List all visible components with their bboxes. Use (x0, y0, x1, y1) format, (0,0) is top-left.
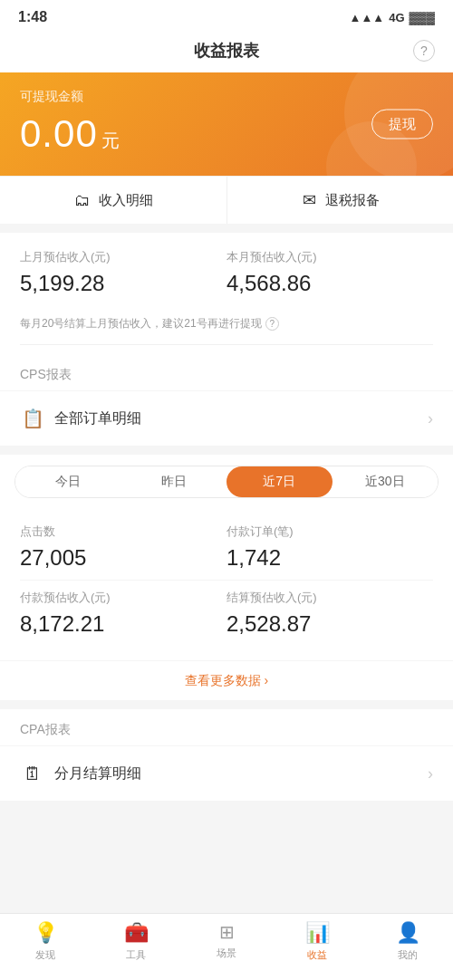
earnings-icon: 📊 (305, 921, 330, 945)
scenes-icon: ⊞ (219, 921, 235, 943)
stats-section: 上月预估收入(元) 5,199.28 本月预估收入(元) 4,568.86 每月… (0, 233, 453, 354)
bottom-navigation: 💡 发现 🧰 工具 ⊞ 场景 📊 收益 👤 我的 (0, 913, 453, 980)
battery-icon: ▓▓▓ (410, 11, 435, 24)
stats-note: 每月20号结算上月预估收入，建议21号再进行提现 ? (20, 311, 433, 345)
page-title: 收益报表 (194, 40, 259, 62)
header: 收益报表 ? (0, 31, 453, 72)
clicks-label: 点击数 (20, 524, 226, 540)
withdraw-button[interactable]: 提现 (371, 110, 433, 139)
orders-value: 1,742 (226, 545, 433, 571)
settlement-income-value: 2,528.87 (226, 611, 433, 637)
last-month-value: 5,199.28 (20, 271, 226, 296)
tab-today[interactable]: 今日 (15, 466, 121, 497)
settlement-income-cell: 结算预估收入(元) 2,528.87 (226, 590, 433, 637)
earnings-banner: 可提现金额 0.00元 提现 (0, 72, 453, 176)
withdrawable-amount: 0.00元 (20, 112, 120, 156)
network-type: 4G (389, 11, 404, 24)
clicks-value: 27,005 (20, 545, 226, 571)
this-month-value: 4,568.86 (226, 271, 433, 296)
arrow-icon: › (428, 409, 433, 428)
nav-tools[interactable]: 🧰 工具 (109, 921, 163, 962)
help-button[interactable]: ? (413, 40, 435, 62)
settlement-income-label: 结算预估收入(元) (226, 590, 433, 606)
more-data-link[interactable]: 查看更多数据 › (0, 660, 453, 700)
status-icons: ▲▲▲ 4G ▓▓▓ (350, 11, 435, 24)
arrow-icon-cpa: › (428, 764, 433, 783)
payment-income-value: 8,172.21 (20, 611, 226, 637)
this-month-label: 本月预估收入(元) (226, 249, 433, 265)
note-help-icon[interactable]: ? (265, 317, 279, 331)
clicks-cell: 点击数 27,005 (20, 524, 226, 571)
payment-income-label: 付款预估收入(元) (20, 590, 226, 606)
last-month-label: 上月预估收入(元) (20, 249, 226, 265)
discover-icon: 💡 (34, 921, 58, 945)
nav-discover[interactable]: 💡 发现 (18, 921, 72, 962)
orders-label: 付款订单(笔) (226, 524, 433, 540)
earnings-label: 收益 (307, 948, 327, 962)
tax-report-label: 退税报备 (325, 192, 380, 209)
tools-label: 工具 (126, 948, 146, 962)
data-row-2: 付款预估收入(元) 8,172.21 结算预估收入(元) 2,528.87 (20, 581, 433, 646)
status-bar: 1:48 ▲▲▲ 4G ▓▓▓ (0, 0, 453, 31)
tab-yesterday[interactable]: 昨日 (121, 466, 227, 497)
monthly-settlement-item[interactable]: 🗓 分月结算明细 › (0, 745, 453, 801)
period-tabs: 今日 昨日 近7日 近30日 (14, 466, 439, 498)
profile-icon: 👤 (396, 921, 420, 945)
payment-income-cell: 付款预估收入(元) 8,172.21 (20, 590, 226, 637)
cps-section-header: CPS报表 (0, 354, 453, 390)
monthly-settlement-label: 分月结算明细 (54, 764, 428, 783)
stats-row: 上月预估收入(元) 5,199.28 本月预估收入(元) 4,568.86 (20, 249, 433, 296)
all-orders-item[interactable]: 📋 全部订单明细 › (0, 390, 453, 446)
tabs-container: 今日 昨日 近7日 近30日 (0, 455, 453, 509)
income-detail-label: 收入明细 (99, 192, 153, 209)
this-month-stat: 本月预估收入(元) 4,568.86 (226, 249, 433, 296)
tax-icon: ✉ (300, 191, 318, 209)
tab-30days[interactable]: 近30日 (333, 466, 439, 497)
nav-scenes[interactable]: ⊞ 场景 (199, 921, 254, 962)
quick-actions: 🗂 收入明细 ✉ 退税报备 (0, 176, 453, 224)
profile-label: 我的 (398, 948, 418, 962)
discover-label: 发现 (35, 948, 55, 962)
tools-icon: 🧰 (124, 921, 149, 945)
cpa-section-header: CPA报表 (0, 709, 453, 745)
orders-cell: 付款订单(笔) 1,742 (226, 524, 433, 571)
tax-report-button[interactable]: ✉ 退税报备 (227, 177, 454, 224)
signal-icon: ▲▲▲ (350, 11, 385, 24)
calendar-icon: 🗓 (20, 761, 45, 786)
nav-earnings[interactable]: 📊 收益 (290, 921, 344, 962)
scenes-label: 场景 (217, 946, 236, 960)
all-orders-label: 全部订单明细 (54, 409, 428, 428)
data-row-1: 点击数 27,005 付款订单(笔) 1,742 (20, 514, 433, 581)
tab-7days[interactable]: 近7日 (226, 466, 333, 497)
cps-title: CPS报表 (20, 367, 433, 383)
status-time: 1:48 (18, 9, 47, 25)
cpa-title: CPA报表 (20, 722, 433, 738)
orders-icon: 📋 (20, 406, 45, 431)
income-detail-button[interactable]: 🗂 收入明细 (0, 177, 227, 224)
income-icon: 🗂 (73, 191, 92, 209)
nav-profile[interactable]: 👤 我的 (381, 921, 435, 962)
data-grid: 点击数 27,005 付款订单(笔) 1,742 付款预估收入(元) 8,172… (0, 509, 453, 660)
last-month-stat: 上月预估收入(元) 5,199.28 (20, 249, 226, 296)
